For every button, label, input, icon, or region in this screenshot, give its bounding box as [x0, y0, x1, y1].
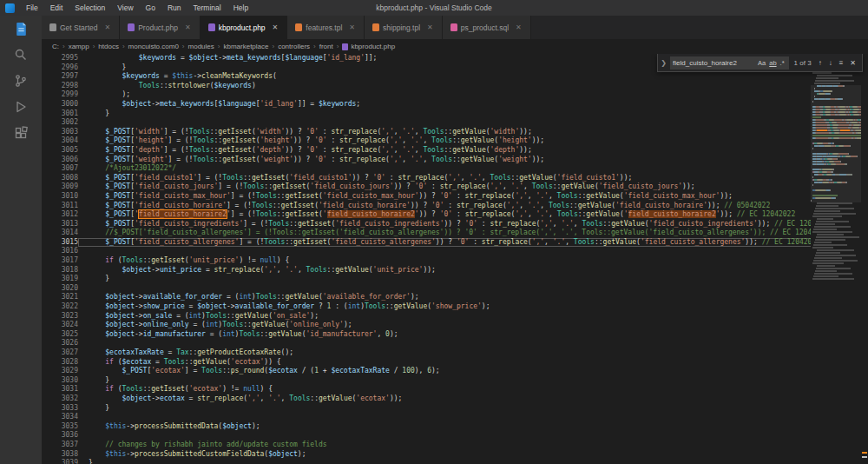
code-line-3020[interactable]: 3020 — [42, 284, 811, 294]
code-line-3029[interactable]: 3029$_POST['ecotax'] = Tools::ps_round($… — [42, 367, 811, 376]
breadcrumb-item[interactable]: moncuisto.com0 — [128, 43, 179, 50]
menu-view[interactable]: View — [111, 0, 139, 16]
code-line-3007[interactable]: 3007/*Ajout23012022*/ — [42, 164, 811, 174]
find-next-icon[interactable]: ↓ — [827, 59, 834, 67]
minimap-line — [811, 106, 861, 108]
code-line-3014[interactable]: 3014//$_POST['field_cuisto_allergenes'] … — [42, 229, 811, 238]
breadcrumb-item[interactable]: htdocs — [98, 43, 119, 50]
minimap-line — [811, 140, 861, 142]
code-line-3008[interactable]: 3008$_POST['field_cuisto1'] = (!Tools::g… — [42, 174, 811, 183]
toggle-replace-icon[interactable]: ❯ — [661, 59, 667, 67]
tab-close-icon[interactable]: ✕ — [348, 23, 356, 31]
menu-file[interactable]: File — [20, 0, 44, 16]
overview-ruler[interactable] — [861, 54, 868, 464]
code-token: 'unit_price' — [373, 266, 424, 274]
breadcrumb-item[interactable]: controllers — [278, 43, 310, 50]
code-line-3001[interactable]: 3001} — [42, 109, 811, 119]
breadcrumb-item[interactable]: front — [319, 43, 333, 50]
breadcrumb-item[interactable]: xampp — [69, 43, 89, 50]
code-line-3023[interactable]: 3023$object->on_sale = (int)Tools::getVa… — [42, 312, 811, 321]
find-input[interactable] — [673, 59, 756, 67]
code-line-3013[interactable]: 3013$_POST['field_cuisto_ingredients'] =… — [42, 220, 811, 229]
code-line-3032[interactable]: 3032$object->ecotax = str_replace(',', '… — [42, 394, 811, 404]
code-line-3003[interactable]: 3003$_POST['width'] = (!Tools::getIsset(… — [42, 128, 811, 137]
search-icon[interactable] — [0, 42, 42, 68]
code-line-3019[interactable]: 3019} — [42, 275, 811, 284]
code-token: , — [461, 174, 470, 182]
code-line-3027[interactable]: 3027$ecotaxTaxRate = Tax::getProductEcot… — [42, 348, 811, 358]
code-line-2999[interactable]: 2999); — [42, 90, 811, 100]
code-token: Tools — [201, 367, 222, 375]
code-line-3009[interactable]: 3009$_POST['field_cuisto_jours'] = (!Too… — [42, 182, 811, 192]
breadcrumb-item[interactable]: kbmarketplace — [223, 43, 268, 50]
code-line-3004[interactable]: 3004$_POST['height'] = (!Tools::getIsset… — [42, 136, 811, 146]
find-previous-icon[interactable]: ↑ — [817, 59, 824, 67]
code-line-3015[interactable]: 3015$_POST['field_cuisto_allergenes'] = … — [42, 238, 811, 248]
code-line-3011[interactable]: 3011$_POST['field_cuisto_horaire'] = (!T… — [42, 202, 811, 211]
find-in-selection-icon[interactable]: ≡ — [838, 59, 845, 67]
code-line-3006[interactable]: 3006$_POST['weight'] = (!Tools::getIsset… — [42, 156, 811, 165]
tab-close-icon[interactable]: ✕ — [515, 23, 523, 31]
code-token: :: — [227, 312, 235, 320]
breadcrumb-file[interactable]: kbproduct.php — [342, 43, 395, 50]
minimap[interactable] — [811, 54, 861, 464]
menu-terminal[interactable]: Terminal — [187, 0, 227, 16]
explorer-icon[interactable] — [0, 16, 42, 42]
whole-word-icon[interactable]: ab — [767, 59, 778, 67]
code-line-3010[interactable]: 3010$_POST['field_cuisto_max_hour'] = (!… — [42, 192, 811, 202]
menu-run[interactable]: Run — [161, 0, 187, 16]
code-line-3025[interactable]: 3025$object->id_manufacturer = (int)Tool… — [42, 330, 811, 340]
code-line-3037[interactable]: 3037// changes by rishabh jainto add/upd… — [42, 441, 811, 450]
minimap-line — [811, 229, 861, 230]
code-line-3017[interactable]: 3017if (Tools::getIsset('unit_price') !=… — [42, 256, 811, 266]
find-close-icon[interactable]: ✕ — [848, 59, 858, 67]
menu-selection[interactable]: Selection — [69, 0, 111, 16]
menu-go[interactable]: Go — [140, 0, 161, 16]
code-line-3022[interactable]: 3022$object->show_price = $object->avail… — [42, 302, 811, 312]
code-line-3000[interactable]: 3000$object->meta_keywords[$language['id… — [42, 100, 811, 109]
tab-close-icon[interactable]: ✕ — [103, 23, 111, 31]
tab-get-started[interactable]: Get Started✕ — [42, 16, 120, 39]
tab-features-tpl[interactable]: features.tpl✕ — [287, 16, 365, 39]
breadcrumb-item[interactable]: C: — [52, 43, 59, 50]
tab-product-php[interactable]: Product.php✕ — [120, 16, 201, 39]
menu-help[interactable]: Help — [227, 0, 254, 16]
code-line-3031[interactable]: 3031if (Tools::getIsset('ecotax') != nul… — [42, 385, 811, 394]
tab-kbproduct-php[interactable]: kbproduct.php✕ — [201, 16, 288, 39]
tab-close-icon[interactable]: ✕ — [272, 23, 279, 31]
code-line-3030[interactable]: 3030} — [42, 376, 811, 386]
code-line-3026[interactable]: 3026 — [42, 339, 811, 348]
match-case-icon[interactable]: Aa — [756, 59, 767, 67]
code-line-3021[interactable]: 3021$object->available_for_order = (int)… — [42, 293, 811, 302]
code-line-3036[interactable]: 3036 — [42, 431, 811, 441]
code-area[interactable]: 2995$keywords = $object->meta_keywords[$… — [42, 54, 811, 464]
code-line-3012[interactable]: 3012$_POST['field_cuisto_horaire2'] = (!… — [42, 210, 811, 220]
code-line-3005[interactable]: 3005$_POST['depth'] = (!Tools::getIsset(… — [42, 146, 811, 156]
run-debug-icon[interactable] — [0, 94, 42, 120]
code-editor[interactable]: 2995$keywords = $object->meta_keywords[$… — [42, 54, 868, 464]
menu-edit[interactable]: Edit — [44, 0, 69, 16]
tab-ps-product-sql[interactable]: ps_product.sql✕ — [443, 16, 531, 39]
code-line-3002[interactable]: 3002 — [42, 118, 811, 128]
extensions-icon[interactable] — [0, 120, 42, 146]
source-control-icon[interactable] — [0, 68, 42, 94]
code-token: int — [222, 330, 234, 338]
tab-shipping-tpl[interactable]: shipping.tpl✕ — [365, 16, 443, 39]
tab-close-icon[interactable]: ✕ — [426, 23, 434, 31]
code-line-3024[interactable]: 3024$object->online_only = (int)Tools::g… — [42, 321, 811, 330]
code-line-3028[interactable]: 3028if ($ecotax = Tools::getValue('ecota… — [42, 358, 811, 368]
regex-icon[interactable]: .* — [779, 59, 786, 67]
code-line-2998[interactable]: 2998Tools::strtolower($keywords) — [42, 82, 811, 91]
breadcrumb-item[interactable]: modules — [188, 43, 214, 50]
code-line-3035[interactable]: 3035$this->processSubmittedData($object)… — [42, 422, 811, 432]
code-line-3016[interactable]: 3016 — [42, 247, 811, 256]
code-line-3038[interactable]: 3038$this->processSubmittedCustomFieldDa… — [42, 450, 811, 460]
minimap-token — [817, 75, 852, 76]
line-content: $_POST['field_cuisto_ingredients'] = (!T… — [78, 220, 811, 229]
code-line-3034[interactable]: 3034 — [42, 413, 811, 422]
code-line-3018[interactable]: 3018$object->unit_price = str_replace(',… — [42, 266, 811, 275]
code-line-3039[interactable]: 3039} — [42, 459, 811, 464]
tab-close-icon[interactable]: ✕ — [184, 23, 192, 31]
code-line-2997[interactable]: 2997$keywords = $this->cleanMetaKeywords… — [42, 72, 811, 82]
code-line-3033[interactable]: 3033} — [42, 404, 811, 414]
